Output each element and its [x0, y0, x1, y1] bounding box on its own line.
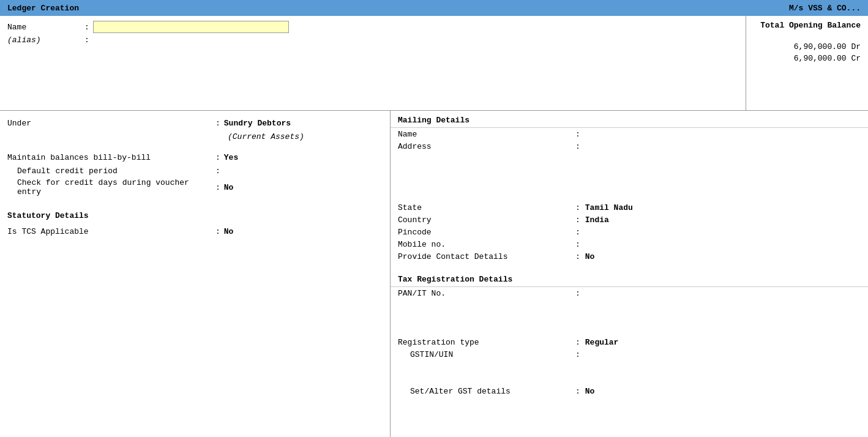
rp-name-row: Name :	[391, 128, 868, 140]
name-row: Name :	[7, 21, 738, 33]
rp-pan-label: PAN/IT No.	[398, 289, 575, 298]
check-credit-value: No	[224, 183, 234, 192]
tcs-label: Is TCS Applicable	[7, 227, 215, 236]
top-right: Total Opening Balance 6,90,000.00 Dr 6,9…	[746, 16, 868, 110]
rp-reg-type-colon: :	[575, 338, 580, 347]
rp-pan-space1	[391, 299, 868, 312]
rp-set-alter-colon: :	[575, 387, 580, 396]
rp-mobile-label: Mobile no.	[398, 240, 575, 249]
under-row: Under : Sundry Debtors	[7, 117, 383, 129]
rp-address-space3	[391, 177, 868, 189]
alias-colon: :	[84, 35, 89, 45]
under-label: Under	[7, 119, 215, 128]
cr-amount: 6,90,000.00 Cr	[754, 54, 861, 63]
right-panel: Mailing Details Name : Address : State :…	[391, 111, 868, 437]
rp-pan-space2	[391, 312, 868, 324]
rp-pan-colon: :	[575, 289, 580, 298]
tcs-colon: :	[215, 227, 220, 236]
name-label: Name	[7, 23, 81, 32]
spacer1	[7, 144, 383, 151]
rp-name-colon: :	[575, 130, 580, 139]
rp-reg-type-label: Registration type	[398, 338, 575, 347]
rp-pan-space3	[391, 324, 868, 336]
rp-pan-row: PAN/IT No. :	[391, 287, 868, 299]
top-left: Name : (alias) :	[0, 16, 746, 110]
rp-pincode-row: Pincode :	[391, 226, 868, 238]
default-credit-row: Default credit period :	[7, 165, 383, 177]
rp-state-colon: :	[575, 203, 580, 212]
rp-provide-contact-value: No	[585, 252, 595, 261]
rp-set-alter-label: Set/Alter GST details	[398, 387, 575, 396]
name-input[interactable]	[93, 21, 289, 33]
rp-provide-contact-label: Provide Contact Details	[398, 252, 575, 261]
rp-mobile-colon: :	[575, 240, 580, 249]
rp-gstin-space1	[391, 360, 868, 373]
statutory-title: Statutory Details	[7, 211, 383, 220]
rp-mobile-row: Mobile no. :	[391, 238, 868, 250]
maintain-value: Yes	[224, 153, 238, 162]
rp-state-row: State : Tamil Nadu	[391, 201, 868, 214]
rp-set-alter-row: Set/Alter GST details : No	[391, 385, 868, 397]
rp-set-alter-value: No	[585, 387, 595, 396]
rp-country-colon: :	[575, 215, 580, 225]
check-credit-row: Check for credit days during voucher ent…	[7, 178, 383, 196]
rp-address-row: Address :	[391, 140, 868, 152]
check-credit-colon: :	[215, 183, 220, 192]
header: Ledger Creation M/s VSS & CO...	[0, 0, 868, 16]
under-sub-row: (Current Assets)	[7, 130, 383, 143]
rp-country-label: Country	[398, 215, 575, 225]
rp-gstin-row: GSTIN/UIN :	[391, 348, 868, 360]
rp-state-label: State	[398, 203, 575, 212]
under-value: Sundry Debtors	[224, 119, 291, 128]
rp-state-value: Tamil Nadu	[585, 203, 633, 212]
total-opening-balance-title: Total Opening Balance	[754, 21, 861, 30]
check-credit-label: Check for credit days during voucher ent…	[7, 178, 215, 196]
under-colon: :	[215, 119, 220, 128]
alias-label: (alias)	[7, 35, 81, 45]
rp-pincode-label: Pincode	[398, 228, 575, 237]
header-company: M/s VSS & CO...	[789, 4, 861, 13]
rp-country-row: Country : India	[391, 214, 868, 226]
default-credit-label: Default credit period	[7, 166, 215, 176]
maintain-row: Maintain balances bill-by-bill : Yes	[7, 151, 383, 163]
rp-address-label: Address	[398, 142, 575, 151]
default-credit-colon: :	[215, 166, 220, 176]
maintain-colon: :	[215, 153, 220, 162]
rp-country-value: India	[585, 215, 609, 225]
rp-address-space1	[391, 152, 868, 165]
tax-reg-header: Tax Registration Details	[391, 270, 868, 287]
rp-gstin-label: GSTIN/UIN	[398, 350, 575, 359]
rp-provide-contact-colon: :	[575, 252, 580, 261]
header-title: Ledger Creation	[7, 4, 79, 13]
alias-row: (alias) :	[7, 35, 738, 45]
dr-amount: 6,90,000.00 Dr	[754, 42, 861, 51]
rp-pincode-colon: :	[575, 228, 580, 237]
rp-reg-type-row: Registration type : Regular	[391, 336, 868, 348]
rp-address-colon: :	[575, 142, 580, 151]
rp-reg-type-value: Regular	[585, 338, 619, 347]
tcs-value: No	[224, 227, 234, 236]
name-colon: :	[84, 23, 89, 32]
statutory-section: Statutory Details Is TCS Applicable : No	[7, 211, 383, 237]
top-area: Name : (alias) : Total Opening Balance 6…	[0, 16, 868, 111]
tcs-row: Is TCS Applicable : No	[7, 225, 383, 237]
mailing-details-header: Mailing Details	[391, 111, 868, 128]
left-panel: Under : Sundry Debtors (Current Assets) …	[0, 111, 391, 437]
main-content: Under : Sundry Debtors (Current Assets) …	[0, 111, 868, 437]
under-sub-value: (Current Assets)	[215, 132, 304, 141]
maintain-label: Maintain balances bill-by-bill	[7, 153, 215, 162]
rp-name-label: Name	[398, 130, 575, 139]
spacer-rp1	[391, 263, 868, 270]
rp-address-space4	[391, 189, 868, 201]
rp-gstin-colon: :	[575, 350, 580, 359]
rp-address-space2	[391, 165, 868, 177]
rp-gstin-space2	[391, 373, 868, 385]
rp-provide-contact-row: Provide Contact Details : No	[391, 250, 868, 263]
